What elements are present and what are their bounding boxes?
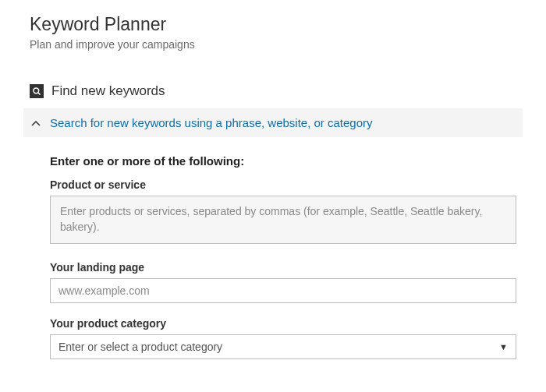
category-label: Your product category xyxy=(50,317,516,330)
accordion-search-keywords[interactable]: Search for new keywords using a phrase, … xyxy=(23,108,523,137)
field-group-landing: Your landing page xyxy=(50,261,516,303)
page-title: Keyword Planner xyxy=(30,14,516,35)
svg-point-0 xyxy=(34,88,39,94)
landing-label: Your landing page xyxy=(50,261,516,274)
form-area: Enter one or more of the following: Prod… xyxy=(30,137,516,359)
category-select-value: Enter or select a product category xyxy=(58,341,222,353)
field-group-product: Product or service xyxy=(50,178,516,247)
chevron-down-icon: ▼ xyxy=(499,342,508,351)
product-label: Product or service xyxy=(50,178,516,191)
form-heading: Enter one or more of the following: xyxy=(50,154,516,168)
accordion-label: Search for new keywords using a phrase, … xyxy=(50,116,373,129)
category-select[interactable]: Enter or select a product category ▼ xyxy=(50,334,516,359)
product-input[interactable] xyxy=(50,196,516,244)
svg-line-1 xyxy=(38,93,41,95)
page-subtitle: Plan and improve your campaigns xyxy=(30,38,516,51)
section-header: Find new keywords xyxy=(30,83,516,99)
search-icon xyxy=(30,84,44,98)
field-group-category: Your product category Enter or select a … xyxy=(50,317,516,359)
chevron-up-icon xyxy=(31,118,41,129)
section-title: Find new keywords xyxy=(51,83,165,99)
landing-input[interactable] xyxy=(50,278,516,303)
